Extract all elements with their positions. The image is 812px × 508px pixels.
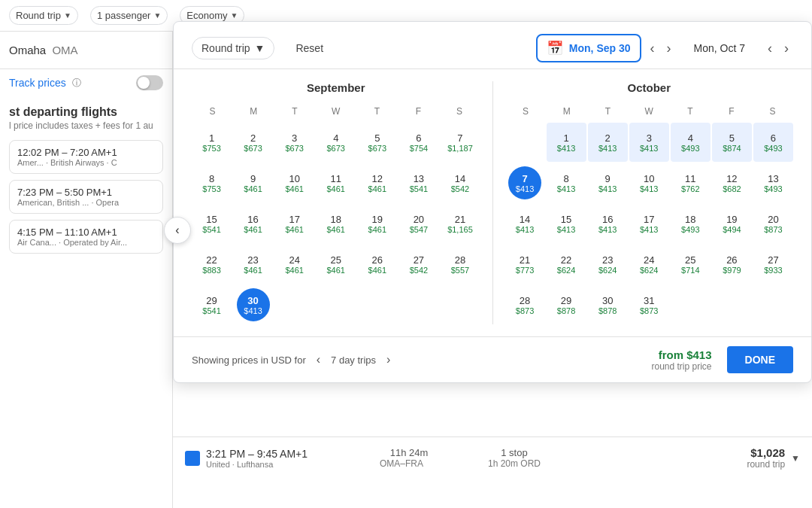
- day-cell[interactable]: 27$933: [753, 245, 793, 284]
- day-cell[interactable]: 1$753: [192, 123, 232, 162]
- day-cell[interactable]: 8$753: [192, 163, 232, 202]
- day-cell[interactable]: 10$461: [274, 163, 314, 202]
- calendar-overlay: Round trip ▼ Reset 📅 Mon, Sep 30 ‹ › Mon…: [173, 21, 812, 383]
- departure-date-button[interactable]: 📅 Mon, Sep 30: [536, 34, 641, 62]
- day-cell[interactable]: 28$873: [505, 285, 545, 324]
- day-cell[interactable]: 11$461: [316, 163, 356, 202]
- oct-header-f: F: [710, 103, 752, 120]
- bottom-flight-airline: United · Lufthansa: [206, 460, 341, 469]
- day-cell[interactable]: 21$1,165: [440, 204, 480, 243]
- day-cell[interactable]: 9$461: [233, 163, 273, 202]
- track-prices-label: Track prices: [9, 77, 66, 89]
- track-prices-toggle[interactable]: [136, 75, 163, 90]
- day-cell: [671, 285, 710, 324]
- day-cell[interactable]: 7$413: [505, 163, 545, 202]
- day-cell[interactable]: 12$682: [712, 163, 752, 202]
- passengers-selector[interactable]: 1 passenger ▼: [90, 6, 168, 25]
- day-cell[interactable]: 29$541: [192, 285, 232, 324]
- day-cell[interactable]: 20$873: [753, 204, 793, 243]
- flight-time-1: 12:02 PM – 7:20 AM+1: [17, 147, 155, 158]
- day-cell: [357, 285, 397, 324]
- day-cell[interactable]: 30$413: [233, 285, 273, 324]
- trip-type-selector[interactable]: Round trip ▼: [9, 6, 78, 25]
- day-cell[interactable]: 6$754: [398, 123, 438, 162]
- calendar-reset[interactable]: Reset: [295, 42, 323, 54]
- return-next-btn[interactable]: ›: [780, 38, 793, 59]
- day-cell[interactable]: 7$1,187: [440, 123, 480, 162]
- trip-duration-next-btn[interactable]: ›: [382, 351, 395, 368]
- bottom-flight-price: $1,028: [747, 446, 785, 459]
- flight-card-3[interactable]: 4:15 PM – 11:10 AM+1 Air Cana... · Opera…: [9, 220, 163, 254]
- day-cell[interactable]: 3$673: [274, 123, 314, 162]
- day-cell[interactable]: 21$773: [505, 245, 545, 284]
- day-cell[interactable]: 22$624: [547, 245, 586, 284]
- origin-code: OMA: [52, 44, 77, 56]
- day-cell[interactable]: 25$461: [316, 245, 356, 284]
- day-cell[interactable]: 31$873: [629, 285, 669, 324]
- day-cell[interactable]: 2$413: [588, 123, 628, 162]
- day-cell[interactable]: 11$762: [671, 163, 710, 202]
- day-cell: [274, 285, 314, 324]
- day-cell[interactable]: 23$624: [588, 245, 628, 284]
- day-cell[interactable]: 19$461: [357, 204, 397, 243]
- day-cell[interactable]: 2$673: [233, 123, 273, 162]
- day-cell[interactable]: 29$878: [547, 285, 586, 324]
- back-button[interactable]: ‹: [164, 217, 191, 244]
- day-cell[interactable]: 9$413: [588, 163, 628, 202]
- day-cell[interactable]: 27$542: [398, 245, 438, 284]
- origin-city: Omaha: [9, 44, 46, 56]
- day-cell[interactable]: 3$413: [629, 123, 669, 162]
- flight-airline-1: Amer... · British Airways · C: [17, 158, 155, 167]
- day-cell[interactable]: 13$541: [398, 163, 438, 202]
- day-cell[interactable]: 18$461: [316, 204, 356, 243]
- day-cell[interactable]: 13$493: [753, 163, 793, 202]
- trip-type-label: Round trip: [16, 10, 61, 21]
- day-cell[interactable]: 16$413: [588, 204, 628, 243]
- day-cell[interactable]: 17$413: [629, 204, 669, 243]
- day-cell[interactable]: 5$673: [357, 123, 397, 162]
- day-cell[interactable]: 30$878: [588, 285, 628, 324]
- flight-card-2[interactable]: 7:23 PM – 5:50 PM+1 American, British ..…: [9, 180, 163, 214]
- day-cell[interactable]: 24$461: [274, 245, 314, 284]
- departure-date-text: Mon, Sep 30: [569, 42, 631, 54]
- day-cell[interactable]: 15$541: [192, 204, 232, 243]
- return-prev-btn[interactable]: ‹: [763, 38, 777, 59]
- day-cell[interactable]: 28$557: [440, 245, 480, 284]
- day-cell[interactable]: 8$413: [547, 163, 586, 202]
- day-cell[interactable]: 18$493: [671, 204, 710, 243]
- day-cell[interactable]: 19$494: [712, 204, 752, 243]
- calendar-trip-selector[interactable]: Round trip ▼: [192, 37, 274, 59]
- flight-time-2: 7:23 PM – 5:50 PM+1: [17, 187, 155, 198]
- day-cell[interactable]: 14$413: [505, 204, 545, 243]
- trip-duration-prev-btn[interactable]: ‹: [312, 351, 325, 368]
- flight-airline-3: Air Cana... · Operated by Air...: [17, 238, 155, 247]
- day-cell[interactable]: 22$883: [192, 245, 232, 284]
- day-cell[interactable]: 1$413: [547, 123, 586, 162]
- cabin-arrow: ▼: [231, 11, 238, 20]
- day-cell[interactable]: 16$461: [233, 204, 273, 243]
- bottom-flight-row[interactable]: 3:21 PM – 9:45 AM+1 United · Lufthansa 1…: [173, 437, 812, 479]
- day-cell[interactable]: 23$461: [233, 245, 273, 284]
- left-panel: Omaha OMA Track prices ⓘ st departing fl…: [0, 32, 173, 508]
- day-cell[interactable]: 5$874: [712, 123, 752, 162]
- return-date[interactable]: Mon, Oct 7: [685, 38, 754, 59]
- day-cell[interactable]: 20$547: [398, 204, 438, 243]
- departure-next-btn[interactable]: ›: [662, 38, 676, 59]
- day-cell[interactable]: 24$624: [629, 245, 669, 284]
- day-cell[interactable]: 17$461: [274, 204, 314, 243]
- done-button[interactable]: DONE: [727, 346, 793, 373]
- day-cell[interactable]: 4$493: [671, 123, 710, 162]
- departure-prev-btn[interactable]: ‹: [646, 38, 659, 59]
- day-cell[interactable]: 4$673: [316, 123, 356, 162]
- day-cell[interactable]: 26$979: [712, 245, 752, 284]
- flight-card-1[interactable]: 12:02 PM – 7:20 AM+1 Amer... · British A…: [9, 140, 163, 174]
- day-cell[interactable]: 15$413: [547, 204, 586, 243]
- day-cell[interactable]: 12$461: [357, 163, 397, 202]
- day-cell[interactable]: 6$493: [753, 123, 793, 162]
- bottom-flight-time: 3:21 PM – 9:45 AM+1: [206, 448, 341, 460]
- price-summary: from $413 round trip price: [652, 348, 712, 372]
- day-cell[interactable]: 14$542: [440, 163, 480, 202]
- day-cell[interactable]: 10$413: [629, 163, 669, 202]
- day-cell[interactable]: 26$461: [357, 245, 397, 284]
- day-cell[interactable]: 25$714: [671, 245, 710, 284]
